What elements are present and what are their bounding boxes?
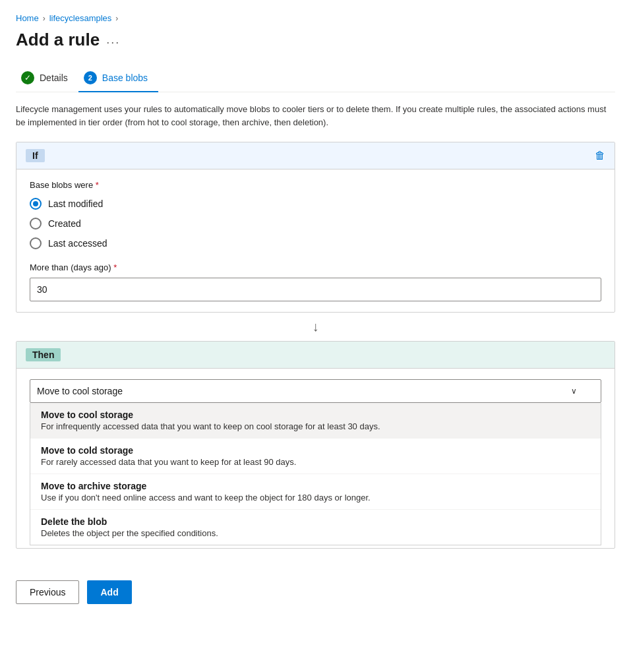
option-archive-storage-title: Move to archive storage xyxy=(41,481,590,491)
chevron-down-icon: ∨ xyxy=(571,386,577,396)
radio-created[interactable]: Created xyxy=(30,218,601,229)
breadcrumb-home[interactable]: Home xyxy=(16,13,39,23)
option-cool-storage-title: Move to cool storage xyxy=(41,410,590,420)
required-marker: * xyxy=(96,180,99,190)
radio-last-accessed-input[interactable] xyxy=(30,237,42,249)
option-cold-storage-desc: For rarely accessed data that you want t… xyxy=(41,457,590,467)
delete-if-button[interactable]: 🗑 xyxy=(595,150,605,162)
description-text: Lifecycle management uses your rules to … xyxy=(16,103,609,129)
breadcrumb-sep2: › xyxy=(115,14,118,23)
then-card: Then Move to cool storage ∨ Move to cool… xyxy=(16,341,615,549)
breadcrumb-lifecycle[interactable]: lifecyclesamples xyxy=(49,13,112,23)
more-options-button[interactable]: ... xyxy=(106,33,120,47)
page-title-area: Add a rule ... xyxy=(16,30,615,50)
radio-created-label: Created xyxy=(48,218,81,229)
option-cool-storage[interactable]: Move to cool storage For infrequently ac… xyxy=(30,403,601,439)
then-selected-value: Move to cool storage xyxy=(37,386,123,396)
arrow-divider: ↓ xyxy=(16,313,615,341)
breadcrumb-sep1: › xyxy=(43,14,45,23)
page-title: Add a rule xyxy=(16,30,100,50)
option-cold-storage-title: Move to cold storage xyxy=(41,445,590,456)
then-label: Then xyxy=(26,348,61,361)
previous-button[interactable]: Previous xyxy=(16,580,79,604)
down-arrow-icon: ↓ xyxy=(313,319,319,334)
radio-last-modified-input[interactable] xyxy=(30,198,42,210)
then-header: Then xyxy=(16,342,615,369)
radio-created-input[interactable] xyxy=(30,218,42,229)
tabs-bar: ✓ Details 2 Base blobs xyxy=(16,66,615,92)
radio-last-modified-label: Last modified xyxy=(48,199,103,209)
option-cool-storage-desc: For infrequently accessed data that you … xyxy=(41,421,590,431)
if-card: If 🗑 Base blobs were * Last modified Cre… xyxy=(16,142,615,313)
base-blobs-were-label: Base blobs were * xyxy=(30,180,601,190)
then-select-wrapper: Move to cool storage ∨ Move to cool stor… xyxy=(30,379,601,545)
if-label: If xyxy=(26,149,45,162)
tab-base-blobs-label: Base blobs xyxy=(102,73,148,83)
tab-details-label: Details xyxy=(40,73,68,83)
footer-buttons: Previous Add xyxy=(16,570,615,604)
option-archive-storage-desc: Use if you don't need online access and … xyxy=(41,493,590,503)
tab-details[interactable]: ✓ Details xyxy=(16,66,78,92)
tab-base-blobs[interactable]: 2 Base blobs xyxy=(78,66,158,92)
option-delete-blob[interactable]: Delete the blob Deletes the object per t… xyxy=(30,510,601,545)
days-ago-input[interactable] xyxy=(30,278,601,301)
option-delete-blob-desc: Deletes the object per the specified con… xyxy=(41,528,590,538)
then-dropdown: Move to cool storage For infrequently ac… xyxy=(30,403,601,545)
if-body: Base blobs were * Last modified Created … xyxy=(16,169,615,312)
details-check-icon: ✓ xyxy=(21,71,34,84)
option-cold-storage[interactable]: Move to cold storage For rarely accessed… xyxy=(30,439,601,474)
radio-last-modified[interactable]: Last modified xyxy=(30,198,601,210)
option-delete-blob-title: Delete the blob xyxy=(41,516,590,527)
then-body: Move to cool storage ∨ Move to cool stor… xyxy=(16,369,615,548)
more-than-label: More than (days ago) * xyxy=(30,262,601,272)
option-archive-storage[interactable]: Move to archive storage Use if you don't… xyxy=(30,474,601,510)
radio-last-accessed[interactable]: Last accessed xyxy=(30,237,601,249)
if-header: If 🗑 xyxy=(16,142,615,169)
radio-last-accessed-label: Last accessed xyxy=(48,238,107,249)
radio-group: Last modified Created Last accessed xyxy=(30,198,601,249)
base-blobs-badge: 2 xyxy=(84,71,97,84)
breadcrumb: Home › lifecyclesamples › xyxy=(16,13,615,23)
add-button[interactable]: Add xyxy=(87,580,131,604)
then-select[interactable]: Move to cool storage ∨ xyxy=(30,379,601,403)
